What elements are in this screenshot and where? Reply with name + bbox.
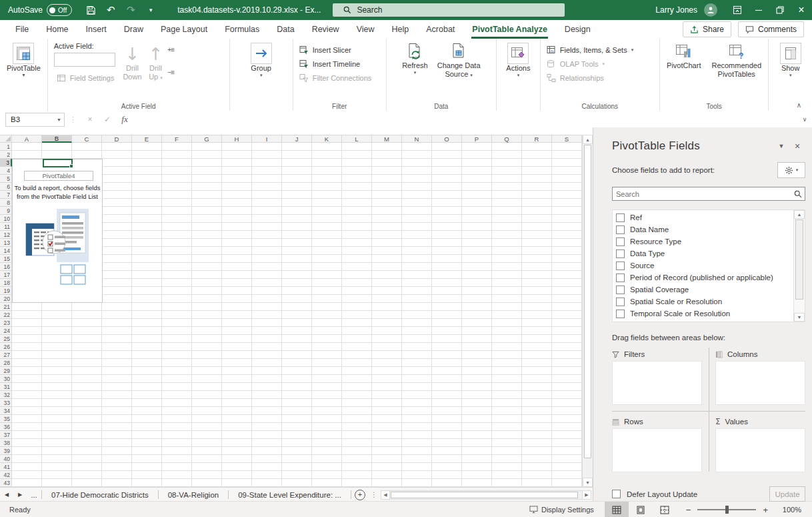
checkbox[interactable]: [616, 262, 625, 270]
row-header-43[interactable]: 43: [0, 479, 12, 487]
expand-field-button[interactable]: +≡: [167, 46, 174, 54]
field-item[interactable]: Temporal Scale or Resolution: [613, 308, 793, 320]
row-header-23[interactable]: 23: [0, 319, 12, 327]
sheet-overflow-button[interactable]: ...: [27, 488, 41, 502]
sheet-tab[interactable]: 08-VA-Religion: [159, 488, 229, 502]
restore-button[interactable]: [769, 0, 791, 20]
olap-tools-button[interactable]: OLAP Tools ▾: [544, 57, 656, 71]
rows-area[interactable]: Rows: [612, 415, 702, 472]
field-item[interactable]: Resource Type: [613, 235, 793, 247]
tab-help[interactable]: Help: [383, 20, 418, 39]
sheet-tab[interactable]: 09-State Level Expenditure: ...: [229, 488, 351, 502]
tab-draw[interactable]: Draw: [115, 20, 152, 39]
row-header-4[interactable]: 4: [0, 167, 12, 175]
field-list-scrollbar[interactable]: ▲ ▼: [793, 210, 805, 322]
column-header-q[interactable]: Q: [492, 135, 522, 143]
ribbon-display-options-button[interactable]: [727, 0, 748, 20]
column-header-m[interactable]: M: [372, 135, 402, 143]
row-header-10[interactable]: 10: [0, 215, 12, 223]
column-header-l[interactable]: L: [342, 135, 372, 143]
row-header-8[interactable]: 8: [0, 199, 12, 207]
cancel-icon[interactable]: ×: [81, 115, 99, 124]
row-header-29[interactable]: 29: [0, 367, 12, 375]
column-header-n[interactable]: N: [402, 135, 432, 143]
row-header-38[interactable]: 38: [0, 439, 12, 447]
scroll-up-arrow[interactable]: ▲: [583, 135, 593, 144]
scroll-up-arrow[interactable]: ▲: [794, 210, 805, 219]
tab-pivottable-analyze[interactable]: PivotTable Analyze: [463, 20, 556, 39]
tab-home[interactable]: Home: [37, 20, 77, 39]
row-header-39[interactable]: 39: [0, 447, 12, 455]
columns-area[interactable]: Columns: [715, 348, 805, 405]
row-header-22[interactable]: 22: [0, 311, 12, 319]
insert-timeline-button[interactable]: Insert Timeline: [297, 57, 383, 71]
collapse-field-button[interactable]: −≡: [167, 69, 174, 77]
sheet-tab[interactable]: 07-Hide Democratic Districts: [42, 488, 158, 502]
row-header-33[interactable]: 33: [0, 399, 12, 407]
insert-slicer-button[interactable]: Insert Slicer: [297, 43, 383, 57]
column-header-d[interactable]: D: [102, 135, 132, 143]
column-header-g[interactable]: G: [192, 135, 222, 143]
tab-scroll-splitter[interactable]: ⋮: [369, 488, 379, 502]
column-header-r[interactable]: R: [522, 135, 552, 143]
row-header-21[interactable]: 21: [0, 303, 12, 311]
column-header-p[interactable]: P: [462, 135, 492, 143]
quick-access-customize-button[interactable]: ▾: [141, 1, 160, 19]
row-header-27[interactable]: 27: [0, 351, 12, 359]
recommended-pivottables-button[interactable]: ? Recommended PivotTables: [708, 41, 765, 81]
tab-design[interactable]: Design: [556, 20, 599, 39]
row-header-30[interactable]: 30: [0, 375, 12, 383]
scroll-left-arrow[interactable]: ◀: [381, 490, 390, 500]
tab-view[interactable]: View: [348, 20, 383, 39]
row-header-11[interactable]: 11: [0, 223, 12, 231]
formula-input[interactable]: [133, 111, 797, 128]
row-header-28[interactable]: 28: [0, 359, 12, 367]
row-header-42[interactable]: 42: [0, 471, 12, 479]
tab-acrobat[interactable]: Acrobat: [417, 20, 463, 39]
row-header-13[interactable]: 13: [0, 239, 12, 247]
drill-up-button[interactable]: ↑ Drill Up ▾: [145, 42, 167, 83]
redo-button[interactable]: ↷: [121, 1, 140, 19]
refresh-button[interactable]: Refresh ▾: [399, 41, 431, 77]
tools-gear-button[interactable]: ▾: [777, 162, 805, 178]
field-item[interactable]: Period of Record (published or applicabl…: [613, 272, 793, 284]
column-header-f[interactable]: F: [162, 135, 192, 143]
show-button[interactable]: Show ▾: [777, 41, 805, 80]
row-header-14[interactable]: 14: [0, 247, 12, 255]
scroll-down-arrow[interactable]: ▼: [794, 313, 805, 322]
column-header-b[interactable]: B: [42, 135, 72, 143]
select-all-corner[interactable]: [0, 135, 12, 143]
filters-area[interactable]: Filters: [612, 348, 702, 405]
expand-formula-bar-button[interactable]: ∨: [797, 116, 812, 123]
row-header-41[interactable]: 41: [0, 463, 12, 471]
user-name[interactable]: Larry Jones: [655, 5, 697, 15]
column-header-j[interactable]: J: [282, 135, 312, 143]
insert-function-button[interactable]: fx: [116, 114, 133, 125]
minimize-button[interactable]: [748, 0, 769, 20]
pivottable-button[interactable]: PivotTable ▼: [3, 41, 44, 80]
row-header-34[interactable]: 34: [0, 407, 12, 415]
undo-button[interactable]: ↶: [101, 1, 120, 19]
column-header-k[interactable]: K: [312, 135, 342, 143]
zoom-out-button[interactable]: −: [686, 505, 691, 515]
relationships-button[interactable]: Relationships: [544, 71, 656, 85]
drill-down-button[interactable]: ↓ Drill Down: [119, 42, 145, 83]
checkbox[interactable]: [616, 298, 625, 306]
name-box-splitter[interactable]: ⋮: [69, 115, 77, 124]
row-header-7[interactable]: 7: [0, 191, 12, 199]
titlebar-search-box[interactable]: Search: [333, 3, 565, 17]
field-item[interactable]: Data Type: [613, 247, 793, 260]
column-header-a[interactable]: A: [12, 135, 42, 143]
field-item[interactable]: Source: [613, 260, 793, 272]
row-header-40[interactable]: 40: [0, 455, 12, 463]
pane-close-button[interactable]: ×: [789, 141, 805, 151]
row-header-6[interactable]: 6: [0, 183, 12, 191]
row-header-26[interactable]: 26: [0, 343, 12, 351]
tab-data[interactable]: Data: [268, 20, 303, 39]
checkbox[interactable]: [616, 225, 625, 234]
row-header-12[interactable]: 12: [0, 231, 12, 239]
field-item[interactable]: Spatial Scale or Resolution: [613, 296, 793, 308]
display-settings-button[interactable]: Display Settings: [529, 506, 594, 514]
name-box[interactable]: B3 ▼: [5, 113, 65, 127]
update-button[interactable]: Update: [769, 486, 805, 502]
